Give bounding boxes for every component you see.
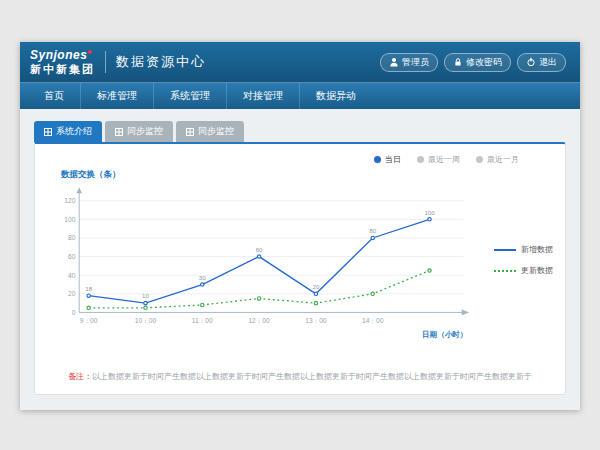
footnote-text: 以上数据更新于时间产生数据以上数据更新于时间产生数据以上数据更新于时间产生数据以… <box>92 372 532 381</box>
line-chart: 0204060801001209：0010：0011：0012：0013：001… <box>47 183 492 351</box>
svg-text:80: 80 <box>369 227 376 234</box>
grid-icon <box>44 128 52 136</box>
app-header: Synjones 新中新集团 数据资源中心 管理员 <box>20 42 580 82</box>
dotted-line-icon <box>494 270 516 272</box>
tab-label: 同步监控 <box>127 125 163 138</box>
filter-label: 最近一周 <box>428 154 460 165</box>
admin-user-button[interactable]: 管理员 <box>380 53 438 72</box>
svg-text:18: 18 <box>85 285 92 292</box>
tab-bar: 系统介绍 同步监控 同步监控 <box>34 121 566 142</box>
admin-user-label: 管理员 <box>402 56 429 69</box>
series-legend-label: 更新数据 <box>521 265 553 276</box>
change-password-label: 修改密码 <box>466 56 502 69</box>
svg-text:日期（小时）: 日期（小时） <box>422 330 467 339</box>
time-filter-legend: 当日 最近一周 最近一月 <box>47 154 553 165</box>
filter-label: 当日 <box>385 154 401 165</box>
lock-icon <box>453 57 463 67</box>
nav-item-standard-management[interactable]: 标准管理 <box>80 83 153 109</box>
solid-line-icon <box>494 249 516 251</box>
chart-y-axis-title: 数据交换（条） <box>61 169 553 181</box>
svg-text:20: 20 <box>68 290 76 297</box>
tab-sync-monitor-1[interactable]: 同步监控 <box>105 121 173 142</box>
svg-text:20: 20 <box>312 283 319 290</box>
footnote-label: 备注： <box>68 372 92 381</box>
desktop-background: Synjones 新中新集团 数据资源中心 管理员 <box>0 0 600 450</box>
logout-label: 退出 <box>539 56 557 69</box>
nav-item-label: 系统管理 <box>170 89 210 103</box>
svg-text:30: 30 <box>199 274 206 281</box>
power-icon <box>526 57 536 67</box>
nav-item-home[interactable]: 首页 <box>28 83 80 109</box>
svg-text:10: 10 <box>142 292 149 299</box>
logout-button[interactable]: 退出 <box>517 53 566 72</box>
main-nav: 首页 标准管理 系统管理 对接管理 数据异动 <box>20 82 580 109</box>
page-title: 数据资源中心 <box>116 53 206 71</box>
tab-system-intro[interactable]: 系统介绍 <box>34 121 102 142</box>
nav-item-data-change[interactable]: 数据异动 <box>299 83 372 109</box>
svg-text:13：00: 13：00 <box>305 317 327 324</box>
svg-text:100: 100 <box>424 209 435 216</box>
brand-chinese-name: 新中新集团 <box>30 63 95 76</box>
chart-panel: 当日 最近一周 最近一月 数据交换（条） 0204060801001209：00… <box>34 142 566 395</box>
svg-text:100: 100 <box>64 216 75 223</box>
filter-last-month[interactable]: 最近一月 <box>476 154 519 165</box>
svg-text:10：00: 10：00 <box>135 317 157 324</box>
nav-item-label: 首页 <box>44 89 64 103</box>
svg-text:40: 40 <box>68 272 76 279</box>
footnote: 备注：以上数据更新于时间产生数据以上数据更新于时间产生数据以上数据更新于时间产生… <box>35 371 565 382</box>
filter-today[interactable]: 当日 <box>374 154 401 165</box>
grid-icon <box>186 128 194 136</box>
brand-name: Synjones <box>30 49 87 63</box>
brand-logo: Synjones 新中新集团 <box>30 49 95 75</box>
nav-item-label: 对接管理 <box>243 89 283 103</box>
svg-text:60: 60 <box>68 253 76 260</box>
app-window: Synjones 新中新集团 数据资源中心 管理员 <box>20 42 580 410</box>
series-legend: 新增数据 更新数据 <box>494 244 553 276</box>
header-actions: 管理员 修改密码 退出 <box>380 53 566 72</box>
header-divider <box>105 51 106 73</box>
series-legend-item-new-data[interactable]: 新增数据 <box>494 244 553 255</box>
svg-text:12：00: 12：00 <box>248 317 270 324</box>
chart-container: 0204060801001209：0010：0011：0012：0013：001… <box>47 183 553 351</box>
svg-text:9：00: 9：00 <box>80 317 98 324</box>
filter-label: 最近一月 <box>487 154 519 165</box>
person-icon <box>389 57 399 67</box>
svg-text:120: 120 <box>64 197 75 204</box>
nav-item-system-management[interactable]: 系统管理 <box>153 83 226 109</box>
content-area: 系统介绍 同步监控 同步监控 <box>20 109 580 410</box>
svg-text:14：00: 14：00 <box>362 317 384 324</box>
svg-text:60: 60 <box>256 246 263 253</box>
grid-icon <box>115 128 123 136</box>
tab-sync-monitor-2[interactable]: 同步监控 <box>176 121 244 142</box>
svg-text:11：00: 11：00 <box>192 317 213 324</box>
change-password-button[interactable]: 修改密码 <box>444 53 511 72</box>
svg-text:80: 80 <box>68 234 76 241</box>
series-legend-item-updated-data[interactable]: 更新数据 <box>494 265 553 276</box>
nav-item-connection-management[interactable]: 对接管理 <box>226 83 299 109</box>
nav-item-label: 数据异动 <box>316 89 356 103</box>
dot-icon <box>417 156 424 163</box>
tab-label: 系统介绍 <box>56 125 92 138</box>
filter-last-week[interactable]: 最近一周 <box>417 154 460 165</box>
dot-icon <box>476 156 483 163</box>
brand-red-dot-icon <box>88 50 92 54</box>
svg-text:0: 0 <box>72 309 76 316</box>
tab-label: 同步监控 <box>198 125 234 138</box>
dot-icon <box>374 156 381 163</box>
nav-item-label: 标准管理 <box>97 89 137 103</box>
series-legend-label: 新增数据 <box>521 244 553 255</box>
